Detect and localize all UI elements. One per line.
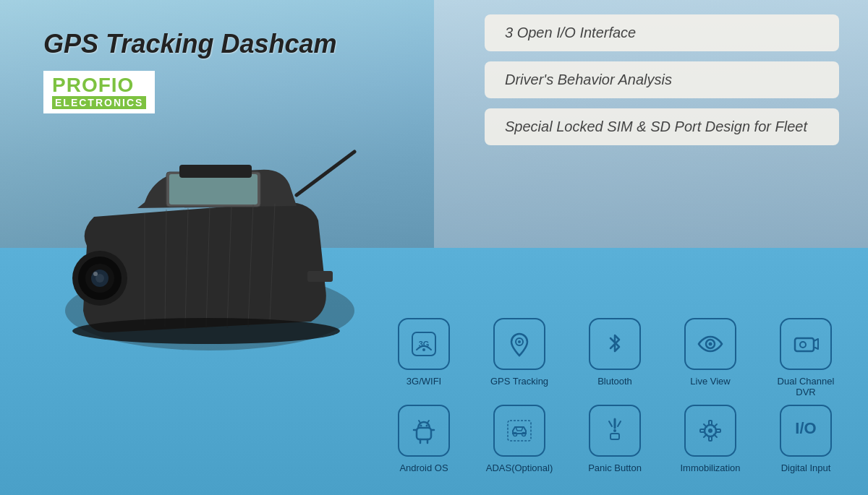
svg-point-45 [613,429,616,432]
icons-row-2: Android OS ADAS(Optional) [376,405,854,473]
3g-wifi-icon: 3G [408,328,440,360]
icon-label-gps: GPS Tracking [490,376,548,387]
icon-item-android: Android OS [388,405,460,473]
gps-icon [503,328,535,360]
icon-box-panic [589,405,641,457]
svg-line-1 [297,152,354,195]
svg-point-26 [709,343,712,346]
icons-row-1: 3G 3G/WIFI [376,318,854,397]
svg-line-44 [618,421,621,426]
icon-box-android [398,405,450,457]
icon-item-adas: ADAS(Optional) [483,405,556,473]
svg-rect-27 [795,338,814,351]
eye-icon [694,328,726,360]
icon-item-digital-input: I/O Digital Input [770,405,842,473]
svg-point-22 [422,348,425,351]
icons-section: 3G 3G/WIFI [376,318,854,481]
svg-rect-48 [709,421,712,425]
android-icon [408,415,440,447]
icon-label-live-view: Live View [690,376,730,387]
feature-behavior-label: Driver's Behavior Analysis [485,61,839,98]
dashcam-svg [0,87,398,390]
svg-line-43 [609,421,612,426]
adas-icon [503,415,535,447]
icon-item-3g-wifi: 3G 3G/WIFI [388,318,460,387]
feature-sim-label: Special Locked SIM & SD Port Design for … [485,108,839,145]
svg-line-52 [704,424,707,427]
icon-label-digital-input: Digital Input [781,462,831,473]
main-content: GPS Tracking Dashcam PROFIO ELECTRONICS [0,0,868,495]
svg-point-28 [800,342,806,348]
icon-label-immobilization: Immobilization [680,462,740,473]
svg-point-24 [518,340,521,343]
icon-box-bluetooth [589,318,641,370]
svg-rect-18 [307,271,333,282]
io-icon: I/O [790,415,822,447]
svg-point-47 [708,429,712,433]
icon-label-bluetooth: Blutooth [597,376,632,387]
icon-item-immobilization: Immobilization [674,405,746,473]
svg-point-9 [93,272,98,276]
svg-rect-50 [700,429,705,432]
bluetooth-icon [599,328,631,360]
icon-item-live-view: Live View [674,318,746,387]
svg-line-32 [419,421,420,423]
icon-label-adas: ADAS(Optional) [486,462,553,473]
icon-box-gps [493,318,545,370]
icon-item-dvr: Dual Channel DVR [770,318,842,397]
svg-rect-3 [169,174,258,205]
svg-line-54 [704,434,707,437]
product-title: GPS Tracking Dashcam [43,29,337,59]
icon-label-panic: Panic Button [588,462,642,473]
icon-box-dvr [780,318,832,370]
engine-icon [694,415,726,447]
svg-rect-49 [709,436,712,441]
icon-box-adas [493,405,545,457]
svg-point-31 [426,425,428,427]
svg-rect-41 [610,434,619,439]
feature-io-label: 3 Open I/O Interface [485,14,839,51]
svg-line-55 [714,434,717,437]
svg-line-53 [714,424,717,427]
icon-box-digital-input: I/O [780,405,832,457]
icon-label-3g-wifi: 3G/WIFI [407,376,441,387]
icon-box-3g-wifi: 3G [398,318,450,370]
icon-item-bluetooth: Blutooth [579,318,651,387]
camera-icon [790,328,822,360]
icon-item-panic: Panic Button [579,405,651,473]
svg-rect-29 [417,428,431,439]
icon-box-live-view [684,318,736,370]
svg-text:I/O: I/O [795,419,816,437]
icon-item-gps: GPS Tracking [483,318,556,387]
icon-label-android: Android OS [399,462,448,473]
svg-rect-17 [179,165,252,178]
icon-box-immobilization [684,405,736,457]
svg-line-33 [427,421,429,423]
icon-label-dvr: Dual Channel DVR [770,376,842,397]
svg-point-30 [420,425,422,427]
dashcam-image [0,87,398,390]
panic-icon [599,415,631,447]
svg-rect-51 [716,429,720,432]
svg-point-19 [72,318,340,344]
right-panel: 3 Open I/O Interface Driver's Behavior A… [485,14,839,155]
